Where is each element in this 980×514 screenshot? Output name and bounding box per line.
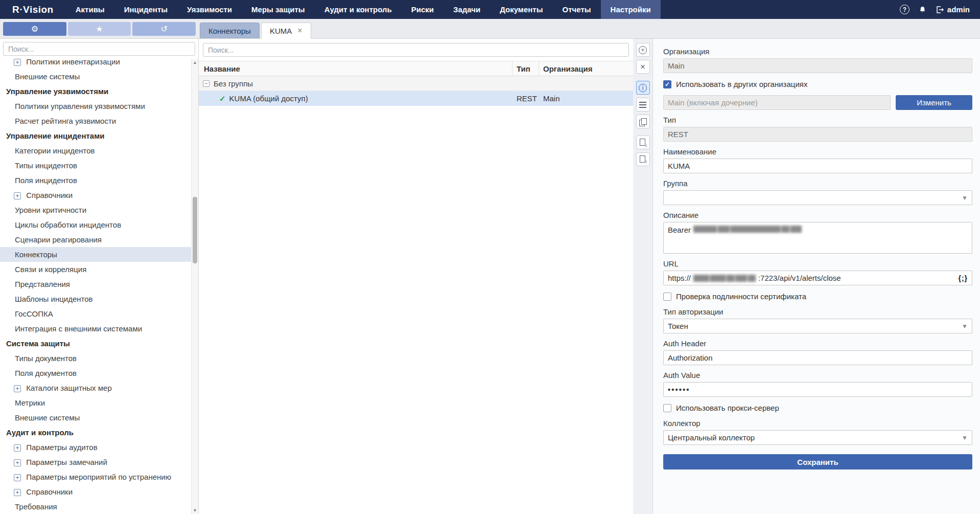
tree-item[interactable]: Типы инцидентов xyxy=(0,158,198,173)
expand-icon[interactable]: + xyxy=(14,192,21,199)
auth-type-select[interactable]: Токен ▼ xyxy=(663,319,972,333)
tree-item[interactable]: Уровни критичности xyxy=(0,203,198,217)
group-row[interactable]: − Без группы xyxy=(199,76,633,91)
check-icon: ✓ xyxy=(219,94,226,103)
tree-item[interactable]: ГосСОПКА xyxy=(0,306,198,321)
auth-type-value: Токен xyxy=(668,322,688,330)
tree-item[interactable]: + Параметры аудитов xyxy=(0,440,198,455)
nav-item-audit-control[interactable]: Аудит и контроль xyxy=(315,0,402,19)
logout-icon[interactable] xyxy=(936,6,944,14)
tree-item[interactable]: Связи и корреляция xyxy=(0,262,198,277)
details-button[interactable] xyxy=(636,98,650,111)
nav-item-vulnerabilities[interactable]: Уязвимости xyxy=(177,0,242,19)
nav-item-tasks[interactable]: Задачи xyxy=(444,0,490,19)
tree-item[interactable]: Система защиты xyxy=(0,336,198,351)
export-button[interactable]: ↑ xyxy=(636,152,650,166)
checkbox-checked-icon[interactable]: ✓ xyxy=(663,80,671,88)
tree-item[interactable]: + Справочники xyxy=(0,484,198,499)
tree-item[interactable]: + Параметры мероприятий по устранению xyxy=(0,470,198,484)
cert-checkbox-row[interactable]: Проверка подлинности сертификата xyxy=(663,292,972,301)
auth-header-input[interactable] xyxy=(663,350,972,365)
tree-item[interactable]: + Каталоги защитных мер xyxy=(0,381,198,395)
scroll-down-icon[interactable]: ▼ xyxy=(192,508,198,513)
nav-item-incidents[interactable]: Инциденты xyxy=(114,0,177,19)
tree-item[interactable]: Категории инцидентов xyxy=(0,143,198,158)
column-header-org[interactable]: Организация xyxy=(539,61,633,76)
tree-item[interactable]: Аудит и контроль xyxy=(0,425,198,440)
nav-item-settings[interactable]: Настройки xyxy=(601,0,661,19)
tab-close-icon[interactable]: × xyxy=(297,27,302,35)
nav-item-reports[interactable]: Отчеты xyxy=(553,0,601,19)
tree-item[interactable]: + Параметры замечаний xyxy=(0,455,198,470)
star-icon: ★ xyxy=(96,24,103,34)
sidebar-scrollbar[interactable]: ▲ ▼ xyxy=(191,59,198,514)
sidebar-tab-favorites[interactable]: ★ xyxy=(68,22,131,36)
tree-item[interactable]: Поля документов xyxy=(0,366,198,381)
tree-item[interactable]: Типы документов xyxy=(0,351,198,366)
help-icon[interactable]: ? xyxy=(900,5,909,14)
info-button[interactable]: i xyxy=(636,81,650,95)
tab-kuma[interactable]: KUMA × xyxy=(261,23,311,39)
tree-item[interactable]: Политики управления уязвимостями xyxy=(0,99,198,114)
tree-item[interactable]: Представления xyxy=(0,277,198,292)
checkbox-unchecked-icon[interactable] xyxy=(663,404,671,412)
tree-item[interactable]: Коннекторы xyxy=(0,247,198,262)
description-textarea[interactable]: Bearer ██████ ███ █████████████ ██ ███ xyxy=(663,222,972,254)
tree-item[interactable]: Поля инцидентов xyxy=(0,173,198,188)
nav-item-risks[interactable]: Риски xyxy=(402,0,444,19)
nav-item-protection-measures[interactable]: Меры защиты xyxy=(242,0,315,19)
add-button[interactable]: + xyxy=(636,43,650,57)
nav-item-assets[interactable]: Активы xyxy=(66,0,114,19)
tree-item[interactable]: Внешние системы xyxy=(0,410,198,425)
share-checkbox-row[interactable]: ✓ Использовать в других организациях xyxy=(663,80,972,88)
save-button[interactable]: Сохранить xyxy=(663,454,972,470)
tree-item[interactable]: Расчет рейтинга уязвимости xyxy=(0,114,198,128)
tab-connectors[interactable]: Коннекторы xyxy=(200,23,260,38)
collector-select[interactable]: Центральный коллектор ▼ xyxy=(663,430,972,445)
sidebar-search-input[interactable] xyxy=(3,42,195,56)
auth-value-input[interactable] xyxy=(663,382,972,397)
tree-item[interactable]: Шаблоны инцидентов xyxy=(0,292,198,306)
import-button[interactable]: ↓ xyxy=(636,136,650,149)
delete-button[interactable]: × xyxy=(636,60,650,74)
template-variable-icon[interactable]: {;} xyxy=(958,274,968,282)
tree-item[interactable]: + Справочники xyxy=(0,188,198,203)
expand-icon[interactable]: + xyxy=(14,489,21,496)
change-button[interactable]: Изменить xyxy=(896,95,972,110)
url-input[interactable]: https:// ████ ████ ██ ███ ██ :7223/api/v… xyxy=(663,271,972,285)
nav-item-documents[interactable]: Документы xyxy=(490,0,552,19)
copy-button[interactable] xyxy=(636,115,650,128)
export-icon: ↑ xyxy=(639,155,647,163)
tree-item[interactable]: + Политики инвентаризации xyxy=(0,59,198,69)
name-input[interactable] xyxy=(663,159,972,173)
expand-icon[interactable]: + xyxy=(14,444,21,452)
history-icon: ↺ xyxy=(160,24,167,34)
expand-icon[interactable]: + xyxy=(14,459,21,466)
expand-icon[interactable]: + xyxy=(14,59,21,66)
scrollbar-thumb[interactable] xyxy=(193,197,197,263)
sidebar-tab-history[interactable]: ↺ xyxy=(132,22,196,36)
scroll-up-icon[interactable]: ▲ xyxy=(192,60,198,65)
tree-item[interactable]: Требования xyxy=(0,499,198,514)
expand-icon[interactable]: + xyxy=(14,474,21,481)
collapse-icon[interactable]: − xyxy=(203,80,209,87)
connectors-search-input[interactable] xyxy=(203,43,629,57)
table-row[interactable]: ✓ KUMA (общий доступ) REST Main xyxy=(199,91,633,106)
column-header-name[interactable]: Название xyxy=(199,61,512,76)
group-select[interactable]: ▼ xyxy=(663,190,972,205)
tree-item[interactable]: Интеграция с внешними системами xyxy=(0,321,198,336)
tree-item[interactable]: Сценарии реагирования xyxy=(0,232,198,247)
tree-item[interactable]: Метрики xyxy=(0,395,198,410)
sidebar-tab-settings[interactable]: ⚙ xyxy=(3,22,66,36)
checkbox-unchecked-icon[interactable] xyxy=(663,293,671,301)
tree-item-label: Типы инцидентов xyxy=(15,161,77,170)
user-menu[interactable]: admin xyxy=(936,5,970,14)
proxy-checkbox-row[interactable]: Использовать прокси-сервер xyxy=(663,404,972,412)
tree-item[interactable]: Циклы обработки инцидентов xyxy=(0,217,198,232)
expand-icon[interactable]: + xyxy=(14,385,21,392)
tree-item[interactable]: Управление уязвимостями xyxy=(0,84,198,99)
bell-icon[interactable] xyxy=(919,6,926,14)
column-header-type[interactable]: Тип xyxy=(512,61,539,76)
tree-item[interactable]: Управление инцидентами xyxy=(0,128,198,143)
tree-item[interactable]: Внешние системы xyxy=(0,69,198,84)
